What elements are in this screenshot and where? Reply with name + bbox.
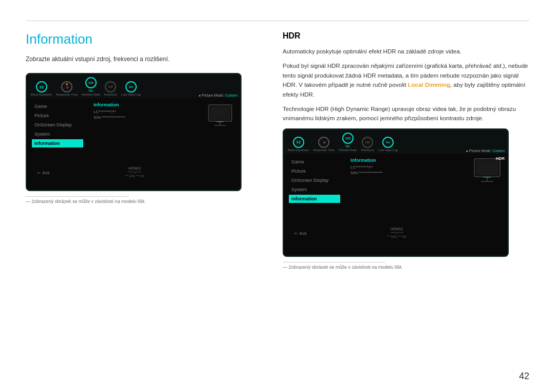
- knob-circle-refresh: 120: [85, 77, 97, 88]
- menu-right-left: Information LC********/** S/N:**********…: [94, 102, 235, 161]
- knob-black-eq-r: 12 Black Equalizer: [288, 137, 309, 152]
- right-column: HDR Automaticky poskytuje optimální efek…: [283, 31, 529, 377]
- top-divider: [26, 21, 529, 21]
- knob-freesync: Off FreeSync: [104, 81, 117, 96]
- knob-circle-refresh-r: 120: [342, 133, 354, 144]
- knob-circle-black-eq-r: 12: [293, 137, 304, 148]
- info-panel-right: Information LC********/** S/N:**********…: [350, 158, 467, 221]
- knob-circle-freesync-r: Off: [362, 137, 373, 148]
- exit-btn-right[interactable]: ⇦ Exit: [289, 229, 311, 238]
- knob-sub-refresh-r: Hz: [345, 144, 350, 148]
- knob-label-refresh: Refresh Rate: [82, 93, 100, 96]
- knob-label-freesync: FreeSync: [104, 93, 117, 96]
- knob-label-black-eq-r: Black Equalizer: [288, 148, 309, 152]
- knob-sub-refresh: Hz: [88, 89, 93, 92]
- monitor-svg-right: [472, 158, 503, 186]
- knob-freesync-r: Off FreeSync: [361, 137, 374, 152]
- info-lc-left: LC********/**: [94, 109, 199, 114]
- menu-area-left: Game Picture OnScreen Display System Inf…: [27, 98, 240, 165]
- knob-input-lag-r: On Low Input Lag: [378, 137, 398, 152]
- knob-label-response-r: Response Time: [313, 148, 335, 152]
- knob-response: ◑ Response Time: [56, 81, 78, 96]
- footnote-area-right: ― Zobrazený obrázek se může v závislosti…: [283, 262, 529, 270]
- menu-item-picture[interactable]: Picture: [32, 111, 83, 120]
- knob-label-response: Response Time: [56, 93, 78, 96]
- svg-rect-9: [483, 177, 491, 178]
- svg-rect-6: [476, 160, 498, 175]
- info-panel-title-right: Information: [350, 158, 467, 163]
- menu-right-right: Information LC********/** S/N:**********…: [350, 158, 503, 221]
- knob-circle-response: ◑: [61, 81, 72, 92]
- knob-label-refresh-r: Refresh Rate: [339, 148, 357, 152]
- knob-refresh-r: 120 Hz Refresh Rate: [339, 133, 357, 152]
- info-panel-left: Information LC********/** S/N:**********…: [94, 102, 199, 161]
- page-title: Information: [26, 31, 262, 47]
- menu-item-system[interactable]: System: [32, 130, 83, 138]
- info-sn-right: S/N:***************: [350, 171, 467, 175]
- knob-refresh: 120 Hz Refresh Rate: [82, 77, 100, 96]
- knob-input-lag: On Low Input Lag: [121, 81, 141, 96]
- info-sn-left: S/N:***************: [94, 115, 199, 120]
- exit-text-right: Exit: [300, 231, 306, 236]
- footnote-text-left: ― Zobrazený obrázek se může v závislosti…: [26, 199, 262, 204]
- svg-rect-1: [210, 106, 230, 120]
- page-number: 42: [519, 371, 529, 382]
- picture-mode-badge-right: ● Picture Mode: Custom: [466, 149, 505, 153]
- knob-label-black-eq: Black Equalizer: [31, 93, 52, 96]
- knob-circle-input-lag-r: On: [382, 137, 394, 148]
- picture-mode-badge-left: ● Picture Mode: Custom: [199, 94, 237, 97]
- main-content: Information Zobrazte aktuální vstupní zd…: [26, 31, 529, 377]
- svg-rect-4: [216, 121, 224, 122]
- menu-item-onscreen[interactable]: OnScreen Display: [32, 121, 83, 129]
- left-column: Information Zobrazte aktuální vstupní zd…: [26, 31, 262, 377]
- exit-icon-right: ⇦: [294, 231, 298, 236]
- knob-label-freesync-r: FreeSync: [361, 148, 374, 152]
- hdr-para3: Technologie HDR (High Dynamic Range) upr…: [283, 104, 529, 123]
- info-lc-right: LC********/**: [350, 165, 467, 170]
- menu-area-right: Game Picture OnScreen Display System Inf…: [284, 154, 508, 226]
- highlight-local-dimming: Local Dimming: [408, 82, 450, 88]
- menu-item-onscreen-r[interactable]: OnScreen Display: [289, 176, 340, 184]
- hdr-badge-right: HDR: [496, 156, 505, 161]
- monitor-mockup-left: 12 Black Equalizer ◑ Response Time 120 H…: [26, 73, 242, 191]
- menu-left-right: Game Picture OnScreen Display System Inf…: [289, 158, 340, 221]
- knob-circle-input-lag: On: [125, 81, 137, 92]
- monitor-mockup-right: 12 Black Equalizer ◑ Response Time 120 H…: [283, 128, 509, 257]
- knob-black-eq: 12 Black Equalizer: [31, 81, 52, 96]
- knob-circle-black-eq: 12: [36, 81, 47, 92]
- footnote-text-right: ― Zobrazený obrázek se může v závislosti…: [283, 265, 529, 270]
- footnote-rule-left: [26, 196, 128, 197]
- info-panel-title-left: Information: [94, 102, 199, 107]
- menu-item-picture-r[interactable]: Picture: [289, 167, 340, 175]
- menu-item-game-r[interactable]: Game: [289, 158, 340, 166]
- page-container: Information Zobrazte aktuální vstupní zd…: [0, 0, 555, 392]
- hdr-para2: Pokud byl signál HDR zpracován nějakými …: [283, 61, 529, 99]
- exit-btn-left[interactable]: ⇦ Exit: [32, 169, 54, 177]
- exit-icon-left: ⇦: [37, 171, 41, 175]
- monitor-img-right: [472, 158, 503, 186]
- source-info-right: HDMI1 ****x**** ** kHz ** Hz: [387, 227, 406, 238]
- knob-response-r: ◑ Response Time: [313, 137, 335, 152]
- hdr-title: HDR: [283, 31, 529, 41]
- menu-item-information[interactable]: Information: [32, 139, 83, 147]
- hdr-para1: Automaticky poskytuje optimální efekt HD…: [283, 47, 529, 56]
- knob-circle-response-r: ◑: [318, 137, 329, 148]
- monitor-img-left: [205, 102, 235, 130]
- knob-circle-freesync: Off: [105, 81, 116, 92]
- footnote-rule-right: [283, 262, 385, 263]
- footnote-area-left: ― Zobrazený obrázek se může v závislosti…: [26, 196, 262, 204]
- menu-item-information-r[interactable]: Information: [289, 195, 340, 203]
- knob-label-input-lag: Low Input Lag: [121, 93, 141, 96]
- source-info-left: HDMI1 ****x**** ** kHz ** Hz: [125, 166, 144, 178]
- menu-left: Game Picture OnScreen Display System Inf…: [32, 102, 83, 161]
- menu-item-game[interactable]: Game: [32, 102, 83, 110]
- exit-text-left: Exit: [43, 171, 49, 175]
- menu-item-system-r[interactable]: System: [289, 185, 340, 194]
- section-description: Zobrazte aktuální vstupní zdroj, frekven…: [26, 54, 262, 64]
- monitor-svg-left: [206, 104, 234, 129]
- knob-label-input-lag-r: Low Input Lag: [378, 148, 398, 152]
